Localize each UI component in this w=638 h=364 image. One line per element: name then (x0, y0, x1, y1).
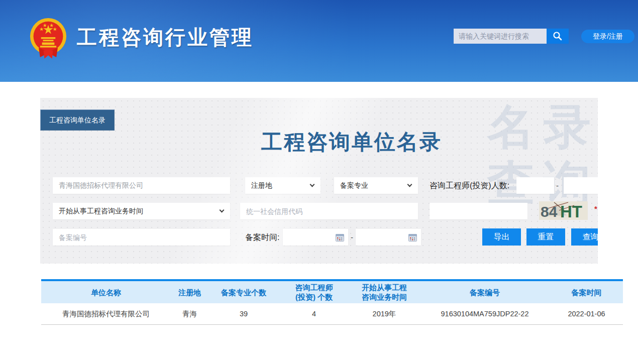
col-header-specialty-count: 备案专业个数 (208, 288, 279, 297)
table-row: 青海国德招标代理有限公司 青海 39 4 2019年 91630104MA759… (41, 303, 623, 325)
registration-place-select[interactable]: 注册地 (245, 177, 321, 194)
record-number-input[interactable] (53, 229, 230, 246)
national-emblem-logo (29, 17, 67, 59)
cell-record-number: 91630104MA759JDP22-22 (419, 310, 550, 318)
header-search (454, 29, 569, 44)
page: 工程咨询行业管理 登录/注册 名录 查询 工程咨询单位名录 工程咨询单位名录 注… (0, 0, 638, 364)
results-table: 单位名称 注册地 备案专业个数 咨询工程师 (投资) 个数 开始从事工程 咨询业… (41, 279, 623, 325)
company-name-input[interactable] (53, 177, 230, 194)
captcha-image[interactable]: 84 HT (539, 201, 588, 220)
search-button[interactable] (547, 29, 569, 44)
record-time-start-datepicker[interactable] (283, 229, 348, 246)
col-header-engineer-count: 咨询工程师 (投资) 个数 (279, 283, 349, 302)
col-header-start-time: 开始从事工程 咨询业务时间 (349, 283, 419, 302)
start-business-time-select[interactable]: 开始从事工程咨询业务时间 (53, 203, 230, 219)
col-header-unit-name: 单位名称 (41, 288, 171, 297)
search-icon (552, 31, 563, 42)
start-business-time-value: 开始从事工程咨询业务时间 (59, 207, 143, 216)
captcha-input[interactable] (430, 203, 527, 219)
site-title: 工程咨询行业管理 (77, 24, 254, 51)
export-button[interactable]: 导出 (482, 228, 521, 246)
chevron-down-icon (220, 208, 225, 213)
cell-engineer-count: 4 (279, 310, 349, 318)
cell-start-time: 2019年 (349, 309, 419, 319)
range-separator: - (556, 177, 559, 194)
credit-code-input[interactable] (240, 203, 418, 219)
col-header-reg-place: 注册地 (171, 288, 208, 297)
chevron-down-icon (407, 182, 412, 187)
keyword-search-input[interactable] (454, 29, 547, 44)
cell-record-time: 2022-01-06 (550, 310, 623, 318)
engineer-count-label: 咨询工程师(投资)人数: (430, 177, 509, 194)
tab-unit-directory[interactable]: 工程咨询单位名录 (40, 109, 115, 131)
range-separator: - (351, 229, 353, 246)
captcha-text-part1: 84 (541, 203, 558, 220)
cell-unit-name: 青海国德招标代理有限公司 (41, 309, 171, 319)
engineer-count-max-input[interactable] (564, 177, 598, 194)
required-asterisk: * (594, 204, 597, 213)
query-panel: 名录 查询 工程咨询单位名录 工程咨询单位名录 注册地 备案专业 咨询工程师(投… (40, 98, 598, 264)
record-time-label: 备案时间: (245, 229, 279, 246)
chevron-down-icon (310, 182, 315, 187)
record-specialty-select[interactable]: 备案专业 (334, 177, 418, 194)
query-button[interactable]: 查询 (571, 228, 598, 246)
record-time-end-datepicker[interactable] (356, 229, 421, 246)
calendar-icon (408, 233, 417, 241)
cell-specialty-count: 39 (208, 310, 279, 318)
engineer-count-min-input[interactable] (516, 177, 554, 194)
col-header-record-number: 备案编号 (419, 288, 550, 297)
table-header-row: 单位名称 注册地 备案专业个数 咨询工程师 (投资) 个数 开始从事工程 咨询业… (41, 281, 623, 303)
calendar-icon (336, 233, 344, 241)
page-title: 工程咨询单位名录 (40, 128, 598, 156)
site-header: 工程咨询行业管理 登录/注册 (0, 0, 638, 82)
registration-place-value: 注册地 (251, 181, 272, 190)
col-header-record-time: 备案时间 (550, 288, 623, 297)
reset-button[interactable]: 重置 (526, 228, 565, 246)
cell-reg-place: 青海 (171, 309, 208, 319)
record-specialty-value: 备案专业 (340, 181, 368, 190)
captcha-text-part2: HT (560, 202, 582, 220)
login-register-button[interactable]: 登录/注册 (581, 30, 634, 43)
